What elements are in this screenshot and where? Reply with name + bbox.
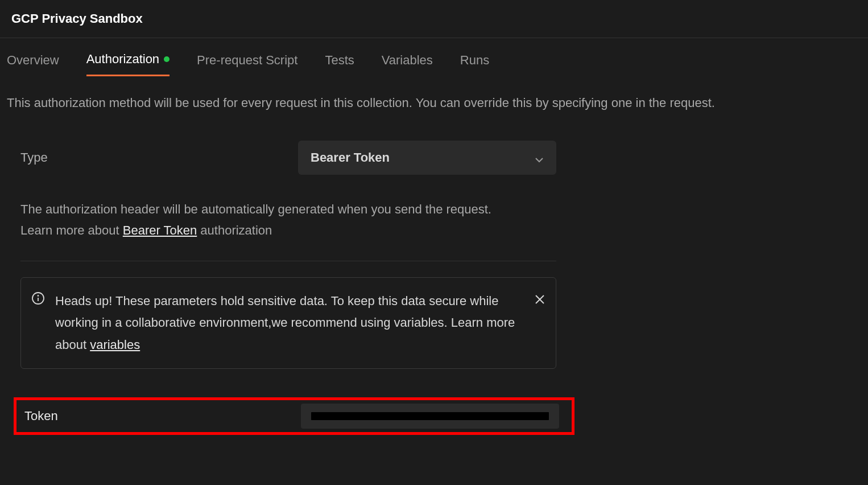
modified-indicator-icon (164, 56, 170, 62)
svg-point-2 (38, 295, 39, 296)
tab-authorization[interactable]: Authorization (86, 52, 170, 76)
tab-runs[interactable]: Runs (460, 52, 489, 76)
auth-helper-text: The authorization header will be automat… (20, 199, 848, 241)
tab-variables[interactable]: Variables (382, 52, 433, 76)
chevron-down-icon (535, 153, 544, 162)
close-icon[interactable] (534, 290, 545, 313)
tab-prerequest-script[interactable]: Pre-request Script (197, 52, 297, 76)
auth-description: This authorization method will be used f… (0, 76, 868, 112)
token-value-redacted (311, 412, 549, 420)
variables-link[interactable]: variables (90, 338, 140, 352)
auth-type-value: Bearer Token (311, 150, 390, 165)
tab-tests[interactable]: Tests (325, 52, 354, 76)
divider (20, 261, 556, 261)
auth-type-select[interactable]: Bearer Token (298, 141, 556, 175)
tab-authorization-label: Authorization (86, 52, 159, 67)
token-row-highlight: Token (14, 397, 574, 435)
tabs: Overview Authorization Pre-request Scrip… (0, 38, 868, 76)
alert-text: Heads up! These parameters hold sensitiv… (55, 290, 544, 356)
sensitive-data-alert: Heads up! These parameters hold sensitiv… (20, 277, 556, 369)
info-icon (31, 290, 45, 356)
type-label: Type (20, 150, 298, 165)
tab-overview[interactable]: Overview (7, 52, 59, 76)
token-label: Token (21, 409, 301, 424)
bearer-token-link[interactable]: Bearer Token (123, 223, 197, 237)
token-input[interactable] (301, 404, 559, 429)
page-title: GCP Privacy Sandbox (11, 11, 857, 26)
